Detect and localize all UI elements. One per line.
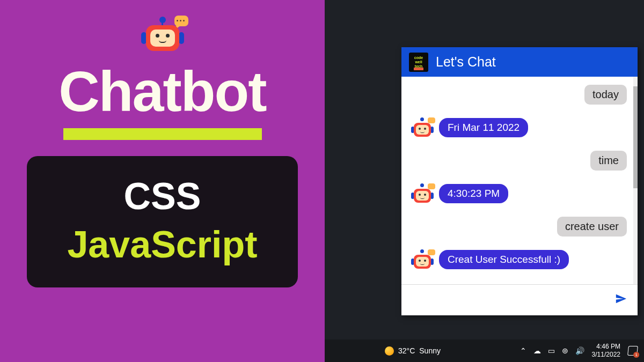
battery-icon[interactable]: ▭: [548, 346, 555, 355]
chat-input-area[interactable]: [401, 284, 638, 315]
clock[interactable]: 4:46 PM 3/11/2022: [592, 343, 620, 359]
chat-header: codewelltech Let's Chat: [401, 47, 638, 77]
clock-date: 3/11/2022: [592, 351, 620, 359]
scrollbar[interactable]: [633, 77, 638, 284]
bot-message: Creat User Successfull :): [439, 250, 569, 269]
clock-time: 4:46 PM: [596, 343, 620, 351]
chevron-up-icon[interactable]: ⌃: [520, 346, 526, 355]
promo-title: Chatbot: [58, 59, 266, 124]
wifi-icon[interactable]: ⊚: [562, 346, 568, 355]
bot-avatar-icon: [411, 248, 434, 271]
tech-box: CSS JavaScript: [27, 156, 297, 287]
message-row: time: [411, 151, 633, 171]
desktop-panel: codewelltech Let's Chat today Fri Mar 11…: [325, 0, 644, 362]
system-tray: ⌃ ☁ ▭ ⊚ 🔊: [520, 346, 584, 355]
bot-avatar-icon: [411, 116, 434, 139]
weather-icon: [385, 346, 394, 356]
notification-badge: 1: [633, 352, 639, 358]
bot-message: Fri Mar 11 2022: [439, 118, 528, 137]
weather-widget[interactable]: 32°C Sunny: [385, 346, 441, 356]
volume-icon[interactable]: 🔊: [575, 346, 584, 355]
onedrive-icon[interactable]: ☁: [533, 346, 541, 355]
promo-panel: Chatbot CSS JavaScript: [0, 0, 325, 362]
message-row: 4:30:23 PM: [411, 182, 633, 205]
send-icon[interactable]: [615, 293, 627, 308]
chatbot-hero-icon: [141, 13, 184, 56]
bot-message: 4:30:23 PM: [439, 184, 508, 203]
chat-title: Let's Chat: [436, 54, 496, 70]
bot-avatar-icon: [411, 182, 434, 205]
taskbar: 32°C Sunny ⌃ ☁ ▭ ⊚ 🔊 4:46 PM 3/11/2022 1: [325, 339, 644, 362]
message-row: create user: [411, 217, 633, 237]
tech-label-js: JavaScript: [67, 223, 257, 266]
tech-label-css: CSS: [124, 175, 201, 218]
promo-content: Chatbot CSS JavaScript: [0, 0, 325, 362]
notifications-icon[interactable]: 1: [627, 346, 638, 356]
weather-temp: 32°C: [398, 346, 415, 355]
scrollbar-thumb[interactable]: [633, 86, 638, 188]
message-row: today: [411, 85, 633, 105]
message-row: Creat User Successfull :): [411, 248, 633, 271]
chat-widget: codewelltech Let's Chat today Fri Mar 11…: [401, 47, 638, 315]
chat-messages[interactable]: today Fri Mar 11 2022 time 4:: [401, 77, 638, 284]
message-row: Fri Mar 11 2022: [411, 116, 633, 139]
user-message: create user: [557, 217, 627, 237]
brand-icon: codewelltech: [409, 53, 428, 72]
user-message: today: [584, 85, 627, 105]
title-underline: [63, 128, 262, 140]
weather-condition: Sunny: [419, 346, 441, 355]
user-message: time: [590, 151, 627, 171]
